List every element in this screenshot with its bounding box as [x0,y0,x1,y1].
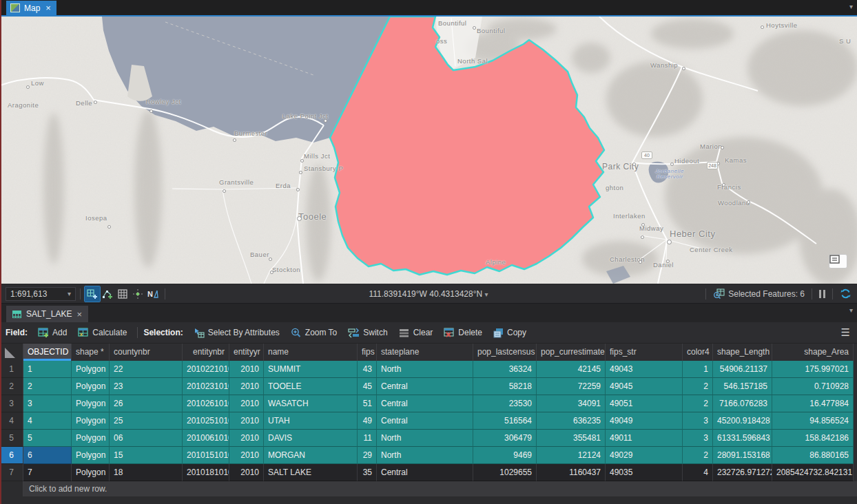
cell-entityyr[interactable]: 2010 [229,464,264,481]
cell-entityyr[interactable]: 2010 [229,361,264,378]
cell-pop-currestimate[interactable]: 34091 [537,395,606,412]
cell-fips-str[interactable]: 49029 [606,447,683,464]
cell-shape[interactable]: Polygon [72,430,110,447]
clear-selection-button[interactable]: Clear [394,325,438,340]
cell-objectid[interactable]: 5 [23,430,72,447]
cell-pop-lastcensus[interactable]: 36324 [473,361,537,378]
cell-shape-length[interactable]: 232726.971272 [713,464,772,481]
cell-shape[interactable]: Polygon [72,464,110,481]
table-row[interactable]: 22Polygon2320102310102010TOOELE45Central… [0,378,857,395]
cell-shape-length[interactable]: 546.157185 [713,378,772,395]
cell-stateplane[interactable]: North [377,430,473,447]
cell-color4[interactable]: 2 [683,378,713,395]
cell-fips[interactable]: 51 [358,395,377,412]
cell-entityyr[interactable]: 2010 [229,378,264,395]
column-header-stateplane[interactable]: stateplane [377,344,473,361]
cell-shape[interactable]: Polygon [72,395,110,412]
map-scale-select[interactable]: 1:691,613 ▾ [6,287,76,301]
column-header-fips-str[interactable]: fips_str [606,344,683,361]
cell-color4[interactable]: 3 [683,412,713,430]
cell-countynbr[interactable]: 22 [110,361,183,378]
cell-objectid[interactable]: 3 [23,395,72,412]
row-number[interactable]: 4 [0,412,23,430]
cell-objectid[interactable]: 4 [23,412,72,430]
cell-entitynbr[interactable]: 2010061010 [183,430,229,447]
cell-shape[interactable]: Polygon [72,361,110,378]
cell-fips[interactable]: 43 [358,361,377,378]
cell-fips-str[interactable]: 49045 [606,378,683,395]
cell-stateplane[interactable]: Central [377,464,473,481]
cell-entitynbr[interactable]: 2010181010 [183,464,229,481]
add-row-text[interactable]: Click to add new row. [23,481,857,496]
column-header-entitynbr[interactable]: entitynbr [183,344,229,361]
cell-stateplane[interactable]: North [377,361,473,378]
select-all-corner[interactable] [0,344,23,361]
cell-countynbr[interactable]: 06 [110,430,183,447]
cell-pop-currestimate[interactable]: 1160437 [537,464,606,481]
cell-fips-str[interactable]: 49011 [606,430,683,447]
cell-name[interactable]: UTAH [264,412,358,430]
row-number[interactable]: 3 [0,395,23,412]
cell-entitynbr[interactable]: 2010221010 [183,361,229,378]
cell-fips-str[interactable]: 49049 [606,412,683,430]
column-header-objectid[interactable]: OBJECTID * [23,344,72,361]
cell-countynbr[interactable]: 18 [110,464,183,481]
cell-shape-area[interactable]: 2085424732.842131 [772,464,854,481]
cell-fips-str[interactable]: 49035 [606,464,683,481]
refresh-icon[interactable] [840,288,851,300]
cell-shape-length[interactable]: 61331.596843 [713,430,772,447]
table-row[interactable]: 77Polygon1820101810102010SALT LAKE35Cent… [0,464,857,481]
cell-shape-area[interactable]: 16.477884 [772,395,854,412]
row-number[interactable]: 6 [0,447,23,464]
cell-name[interactable]: DAVIS [264,430,358,447]
cell-pop-currestimate[interactable]: 636235 [537,412,606,430]
cell-entityyr[interactable]: 2010 [229,430,264,447]
tab-list-chevron-icon[interactable]: ▾ [849,3,853,10]
cell-shape-area[interactable]: 175.997021 [772,361,854,378]
copy-selected-button[interactable]: Copy [488,325,531,341]
north-arrow-button[interactable]: N [145,286,161,302]
cell-pop-lastcensus[interactable]: 58218 [473,378,537,395]
column-header-shape-length[interactable]: shape_Length [713,344,772,361]
table-row[interactable]: 44Polygon2520102510102010UTAH49Central51… [0,412,857,430]
cell-pop-lastcensus[interactable]: 23530 [473,395,537,412]
cell-pop-lastcensus[interactable]: 1029655 [473,464,537,481]
table-options-menu-icon[interactable]: ☰ [841,326,850,339]
column-header-shape-area[interactable]: shape_Area [772,344,854,361]
cell-shape-length[interactable]: 28091.153168 [713,447,772,464]
table-tab-close-icon[interactable]: × [76,309,82,319]
cell-fips-str[interactable]: 49043 [606,361,683,378]
cell-name[interactable]: TOOELE [264,378,358,395]
delete-selected-button[interactable]: Delete [439,325,487,340]
cell-pop-currestimate[interactable]: 42145 [537,361,606,378]
map-tab-close-icon[interactable]: × [45,3,51,13]
cell-entityyr[interactable]: 2010 [229,447,264,464]
grid-plus-button[interactable] [85,286,100,302]
cell-shape[interactable]: Polygon [72,447,110,464]
cell-pop-currestimate[interactable]: 12124 [537,447,606,464]
row-number[interactable]: 2 [0,378,23,395]
switch-selection-button[interactable]: Switch [343,325,392,341]
table-row[interactable]: 66Polygon1520101510102010MORGAN29North94… [0,447,857,464]
zoom-selection-icon[interactable] [713,288,725,300]
row-number[interactable]: 7 [0,464,23,481]
cell-pop-currestimate[interactable]: 72259 [537,378,606,395]
column-header-fips[interactable]: fips [358,344,377,361]
map-notes-button[interactable] [829,254,847,269]
cell-shape-length[interactable]: 45200.918428 [713,412,772,430]
vertex-edit-button[interactable] [100,286,115,302]
calculate-field-button[interactable]: x Calculate [73,325,132,340]
cell-entitynbr[interactable]: 2010251010 [183,412,229,430]
cell-objectid[interactable]: 6 [23,447,72,464]
cell-shape-area[interactable]: 86.880165 [772,447,854,464]
coordinates-chevron-icon[interactable]: ▾ [484,291,488,298]
cell-fips[interactable]: 49 [358,412,377,430]
cell-name[interactable]: MORGAN [264,447,358,464]
select-by-attributes-button[interactable]: Select By Attributes [189,325,285,341]
cell-countynbr[interactable]: 26 [110,395,183,412]
row-number[interactable]: 5 [0,430,23,447]
snap-point-button[interactable] [130,286,145,302]
cell-shape-area[interactable]: 158.842186 [772,430,854,447]
column-header-entityyr[interactable]: entityyr [229,344,264,361]
add-new-row[interactable]: Click to add new row. [0,481,857,496]
